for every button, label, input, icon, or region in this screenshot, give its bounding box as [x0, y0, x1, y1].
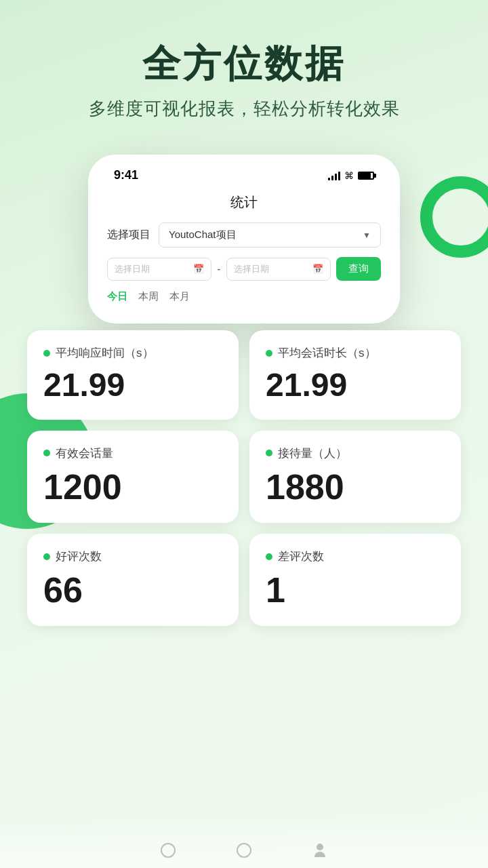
calendar-icon: 📅	[193, 264, 204, 274]
green-dot-icon-3	[43, 450, 50, 456]
phone-time: 9:41	[114, 168, 138, 182]
filter-row: 选择项目 YoutoChat项目 ▼	[107, 222, 381, 248]
stat-label-text-valid-sessions: 有效会话量	[56, 446, 113, 461]
header-section: 全方位数据 多维度可视化报表，轻松分析转化效果	[0, 0, 488, 134]
main-title: 全方位数据	[0, 41, 488, 86]
date-end-placeholder: 选择日期	[234, 263, 269, 275]
sub-title: 多维度可视化报表，轻松分析转化效果	[0, 97, 488, 121]
stats-grid: 平均响应时间（s） 21.99 平均会话时长（s） 21.99 有效会话量 12…	[27, 330, 461, 626]
wifi-icon: ⌘	[344, 170, 354, 181]
project-select[interactable]: YoutoChat项目 ▼	[159, 222, 381, 248]
stat-label-text-session-duration: 平均会话时长（s）	[278, 345, 376, 361]
green-dot-icon-5	[43, 553, 50, 560]
green-dot-icon-2	[266, 350, 272, 357]
quick-filter-week[interactable]: 本周	[138, 290, 159, 303]
date-row: 选择日期 📅 - 选择日期 📅 查询	[107, 257, 381, 281]
deco-circle-right	[420, 176, 488, 258]
stat-label-good-reviews: 好评次数	[43, 549, 222, 564]
quick-filter-today[interactable]: 今日	[107, 290, 127, 303]
page-wrapper: 全方位数据 多维度可视化报表，轻松分析转化效果 9:41 ⌘ 统计	[0, 0, 488, 868]
stat-label-text-reception: 接待量（人）	[278, 446, 347, 461]
stat-card-good-reviews: 好评次数 66	[27, 534, 239, 626]
stat-card-reception: 接待量（人） 1880	[249, 431, 461, 523]
stat-label-session-duration: 平均会话时长（s）	[266, 345, 445, 361]
project-select-value: YoutoChat项目	[169, 229, 237, 241]
stat-label-reception: 接待量（人）	[266, 446, 445, 461]
query-button[interactable]: 查询	[336, 257, 381, 281]
quick-filter-month[interactable]: 本月	[169, 290, 190, 303]
phone-nav-title: 统计	[107, 189, 381, 222]
stat-label-response-time: 平均响应时间（s）	[43, 345, 222, 361]
stat-card-session-duration: 平均会话时长（s） 21.99	[249, 330, 461, 420]
stat-card-bad-reviews: 差评次数 1	[249, 534, 461, 626]
battery-icon	[358, 172, 374, 180]
stat-label-text-response-time: 平均响应时间（s）	[56, 345, 154, 361]
filter-label: 选择项目	[107, 228, 150, 242]
date-separator: -	[217, 263, 220, 275]
green-dot-icon	[43, 350, 50, 357]
calendar-end-icon: 📅	[312, 264, 323, 274]
stat-value-bad-reviews: 1	[266, 571, 445, 610]
quick-filters: 今日 本周 本月	[107, 290, 381, 303]
date-end-picker[interactable]: 选择日期 📅	[226, 258, 331, 281]
chevron-down-icon: ▼	[363, 231, 371, 240]
stat-value-valid-sessions: 1200	[43, 468, 222, 507]
signal-icon	[328, 171, 340, 180]
stat-label-text-bad-reviews: 差评次数	[278, 549, 324, 564]
stat-label-text-good-reviews: 好评次数	[56, 549, 102, 564]
phone-icons: ⌘	[328, 170, 374, 181]
date-start-placeholder: 选择日期	[115, 263, 150, 275]
green-dot-icon-6	[266, 553, 272, 560]
bottom-nav-hint	[0, 814, 488, 868]
stat-value-good-reviews: 66	[43, 571, 222, 610]
stat-label-valid-sessions: 有效会话量	[43, 446, 222, 461]
nav-icon-profile[interactable]	[309, 840, 331, 861]
stats-area: 平均响应时间（s） 21.99 平均会话时长（s） 21.99 有效会话量 12…	[0, 330, 488, 626]
stat-value-reception: 1880	[266, 468, 445, 507]
phone-mockup: 9:41 ⌘ 统计 选择项目 YoutoChat项目 ▼	[88, 155, 400, 323]
phone-status-bar: 9:41 ⌘	[107, 168, 381, 189]
stat-label-bad-reviews: 差评次数	[266, 549, 445, 564]
date-start-picker[interactable]: 选择日期 📅	[107, 258, 211, 281]
stat-value-response-time: 21.99	[43, 368, 222, 403]
stat-value-session-duration: 21.99	[266, 368, 445, 403]
nav-icon-stats[interactable]	[233, 840, 255, 861]
stat-card-response-time: 平均响应时间（s） 21.99	[27, 330, 239, 420]
green-dot-icon-4	[266, 450, 272, 456]
nav-icon-home[interactable]	[157, 840, 179, 861]
stat-card-valid-sessions: 有效会话量 1200	[27, 431, 239, 523]
